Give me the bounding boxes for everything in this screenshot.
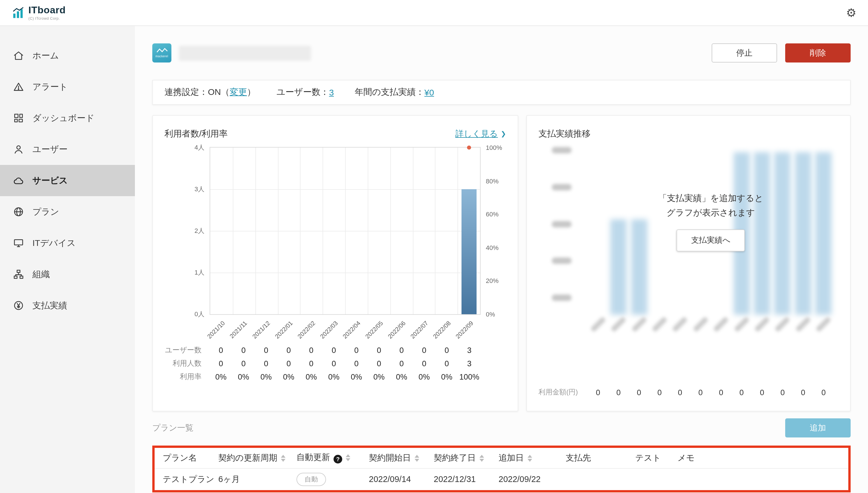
usage-rate-dot bbox=[467, 146, 471, 150]
amount-value: 0 bbox=[752, 388, 772, 396]
dashboard-icon bbox=[13, 112, 24, 124]
blurred-x-axis-label bbox=[652, 316, 667, 332]
sort-icon[interactable] bbox=[479, 455, 484, 462]
usage-bar bbox=[461, 189, 476, 314]
alert-icon bbox=[13, 81, 24, 92]
integration-info-bar: 連携設定：ON （ 変更 ） ユーザー数： 3 年間の支払実績： ¥0 bbox=[152, 80, 851, 105]
blurred-x-axis-label bbox=[672, 316, 688, 332]
payment-card-header: 支払実績推移 bbox=[538, 127, 839, 140]
usage-table-value: 0 bbox=[390, 357, 413, 370]
column-header-label: 支払先 bbox=[566, 453, 591, 462]
sort-icon[interactable] bbox=[346, 454, 350, 462]
logo-bars-icon bbox=[12, 6, 25, 20]
usage-table-value: 0 bbox=[277, 357, 300, 370]
cell-6: 2022/09/22 bbox=[494, 468, 561, 490]
usage-table-value: 0 bbox=[413, 357, 435, 370]
blurred-bar bbox=[631, 219, 647, 315]
user-count-link[interactable]: 3 bbox=[329, 87, 334, 97]
column-header-8: テスト bbox=[631, 448, 673, 468]
blurred-bar bbox=[774, 152, 791, 315]
amount-value: 0 bbox=[813, 388, 834, 396]
usage-table-value: 0% bbox=[277, 370, 300, 384]
column-header-1: プラン名 bbox=[154, 448, 214, 468]
y-axis-right-label: 0% bbox=[486, 311, 495, 318]
sidebar-item-label: 支払実績 bbox=[33, 300, 67, 311]
x-axis-label: 2022/05 bbox=[363, 319, 384, 340]
annual-payment-link[interactable]: ¥0 bbox=[425, 87, 434, 97]
usage-card-title: 利用者数/利用率 bbox=[164, 128, 228, 139]
sidebar-item-home[interactable]: ホーム bbox=[0, 40, 135, 71]
add-plan-button[interactable]: 追加 bbox=[785, 419, 851, 437]
usage-chart-card: 利用者数/利用率 詳しく見る ❯ 4人3人2人1人0人100%80%60%40%… bbox=[152, 115, 518, 411]
sidebar-item-users[interactable]: ユーザー bbox=[0, 134, 135, 165]
plan-list-title: プラン一覧 bbox=[152, 423, 193, 433]
app-root: ITboard (C) ITcrowd Corp. ⚙ ホームアラートダッシュボ… bbox=[0, 0, 868, 493]
sort-icon[interactable] bbox=[527, 455, 532, 462]
cell-1: テストプラン bbox=[154, 468, 214, 490]
x-axis-label: 2021/12 bbox=[250, 319, 271, 340]
sidebar-item-services[interactable]: サービス bbox=[0, 165, 135, 196]
globe-icon bbox=[13, 206, 24, 218]
usage-table-value: 0 bbox=[210, 357, 232, 370]
change-link[interactable]: 変更 bbox=[230, 87, 247, 98]
stop-button[interactable]: 停止 bbox=[712, 43, 777, 63]
x-axis-label: 2022/07 bbox=[409, 319, 429, 340]
usage-table-value: 0 bbox=[368, 344, 390, 357]
column-header-5[interactable]: 契約終了日 bbox=[429, 448, 494, 468]
usage-table-value: 3 bbox=[458, 357, 481, 370]
overlay-text-line1: 「支払実績」を追加すると bbox=[658, 190, 764, 205]
sidebar-item-alert[interactable]: アラート bbox=[0, 71, 135, 102]
x-axis-label: 2022/09 bbox=[454, 319, 474, 340]
cell-8 bbox=[631, 468, 673, 490]
yen-icon bbox=[13, 300, 24, 311]
column-header-6[interactable]: 追加日 bbox=[494, 448, 561, 468]
sidebar-item-label: アラート bbox=[33, 81, 68, 92]
x-axis-label: 2022/08 bbox=[431, 319, 452, 340]
settings-gear-icon[interactable]: ⚙ bbox=[846, 7, 856, 19]
cell-3: 自動 bbox=[292, 468, 364, 490]
overlay-text-line2: グラフが表示されます bbox=[658, 205, 764, 220]
payment-chart-card: 支払実績推移 「支払実績」を追加すると グラフが表示されます 支払実績へ 利用金… bbox=[526, 115, 851, 411]
column-header-3[interactable]: 自動更新? bbox=[292, 448, 364, 468]
blurred-bar bbox=[610, 219, 626, 315]
detail-link[interactable]: 詳しく見る ❯ bbox=[455, 128, 507, 139]
cell-7 bbox=[561, 468, 631, 490]
sidebar-item-dashboard[interactable]: ダッシュボード bbox=[0, 102, 135, 134]
usage-table-value: 3 bbox=[458, 344, 481, 357]
blurred-bar bbox=[815, 152, 832, 315]
usage-table-value: 0% bbox=[210, 370, 232, 384]
usage-table-value: 0 bbox=[345, 344, 368, 357]
y-axis-left-label: 2人 bbox=[194, 227, 204, 235]
plan-table-header-row: プラン名契約の更新周期自動更新?契約開始日契約終了日追加日支払先テストメモ bbox=[154, 448, 848, 468]
gridline-horizontal bbox=[210, 273, 480, 273]
goto-payment-button[interactable]: 支払実績へ bbox=[677, 229, 745, 251]
detail-link-label: 詳しく見る bbox=[455, 128, 498, 139]
chart-cards-row: 利用者数/利用率 詳しく見る ❯ 4人3人2人1人0人100%80%60%40%… bbox=[152, 115, 851, 411]
cell-2: 6ヶ月 bbox=[214, 468, 292, 490]
delete-button[interactable]: 削除 bbox=[785, 43, 851, 63]
sidebar-item-organization[interactable]: 組織 bbox=[0, 259, 135, 290]
user-icon bbox=[13, 144, 24, 155]
usage-card-header: 利用者数/利用率 詳しく見る ❯ bbox=[164, 127, 506, 140]
sidebar-item-payments[interactable]: 支払実績 bbox=[0, 290, 135, 321]
app-logo[interactable]: ITboard (C) ITcrowd Corp. bbox=[12, 5, 66, 21]
top-bar: ITboard (C) ITcrowd Corp. ⚙ bbox=[0, 0, 868, 26]
column-header-2[interactable]: 契約の更新周期 bbox=[214, 448, 292, 468]
help-icon[interactable]: ? bbox=[333, 455, 342, 464]
amount-row-label: 利用金額(円) bbox=[538, 387, 578, 397]
annotation-highlight-box: プラン名契約の更新周期自動更新?契約開始日契約終了日追加日支払先テストメモ テス… bbox=[152, 446, 851, 492]
blurred-x-axis-label bbox=[774, 316, 790, 332]
column-header-label: メモ bbox=[678, 453, 695, 462]
column-header-4[interactable]: 契約開始日 bbox=[364, 448, 429, 468]
blurred-y-axis-label bbox=[552, 184, 572, 190]
y-axis-right-label: 100% bbox=[486, 144, 502, 151]
usage-table-value: 0 bbox=[232, 357, 255, 370]
sidebar-item-plans[interactable]: プラン bbox=[0, 196, 135, 228]
column-header-7: 支払先 bbox=[561, 448, 631, 468]
gridline-horizontal bbox=[210, 231, 480, 232]
plan-table: プラン名契約の更新周期自動更新?契約開始日契約終了日追加日支払先テストメモ テス… bbox=[154, 448, 848, 490]
usage-table-value: 0% bbox=[255, 370, 277, 384]
sort-icon[interactable] bbox=[414, 455, 419, 462]
sidebar-item-devices[interactable]: ITデバイス bbox=[0, 228, 135, 259]
sort-icon[interactable] bbox=[281, 455, 286, 462]
